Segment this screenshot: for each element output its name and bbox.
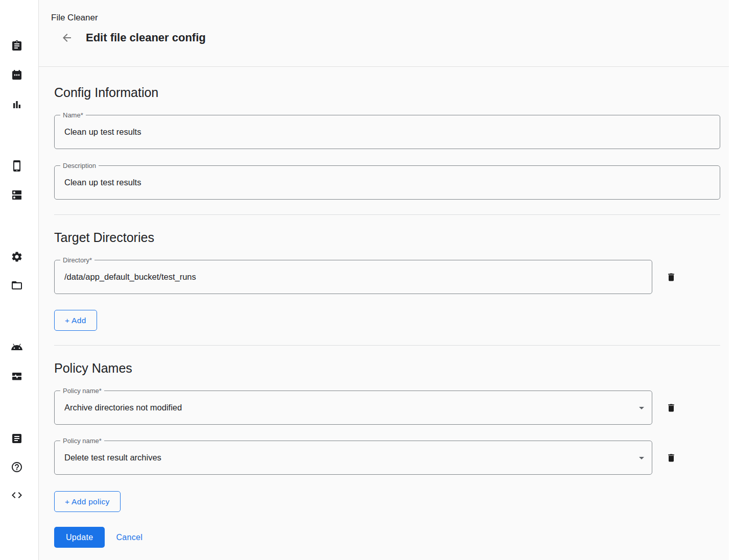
- description-input-value: Clean up test results: [64, 178, 141, 187]
- sidebar-item-files[interactable]: [9, 278, 25, 294]
- app-header: File Cleaner Edit file cleaner config: [39, 0, 733, 67]
- delete-policy-2-button[interactable]: [665, 452, 677, 464]
- chevron-down-icon[interactable]: [635, 402, 648, 414]
- policy-select-2[interactable]: Policy name* Delete test result archives: [54, 441, 652, 475]
- section-title-policies: Policy Names: [54, 361, 720, 376]
- policy-row: Policy name* Delete test result archives: [54, 441, 720, 475]
- back-button[interactable]: [61, 32, 73, 44]
- delete-directory-button[interactable]: [665, 271, 677, 283]
- trash-icon: [666, 276, 676, 284]
- scrollbar-track[interactable]: [729, 0, 733, 560]
- code-icon: [11, 489, 23, 503]
- policy-select-1-value: Archive directories not modified: [64, 403, 182, 412]
- section-divider: [54, 214, 720, 215]
- policy-select-2-label: Policy name*: [60, 436, 104, 445]
- directory-input[interactable]: Directory* /data/app_default_bucket/test…: [54, 260, 652, 294]
- sidebar-item-devices[interactable]: [9, 158, 25, 175]
- sidebar-item-schedule[interactable]: [9, 67, 25, 84]
- android-icon: [11, 341, 23, 355]
- sidebar-item-servers[interactable]: [9, 187, 25, 204]
- trash-icon: [666, 407, 676, 415]
- folder-icon: [11, 279, 23, 293]
- policy-select-1[interactable]: Policy name* Archive directories not mod…: [54, 391, 652, 425]
- form-actions: Update Cancel: [54, 527, 720, 548]
- name-input-value: Clean up test results: [64, 127, 141, 137]
- sidebar-item-android[interactable]: [9, 339, 25, 356]
- form-area: Config Information Name* Clean up test r…: [39, 85, 733, 548]
- page-title: Edit file cleaner config: [86, 31, 206, 44]
- delete-policy-1-button[interactable]: [665, 402, 677, 414]
- trash-icon: [666, 457, 676, 465]
- sidebar-nav: [0, 0, 39, 560]
- sidebar-item-logs[interactable]: [9, 431, 25, 447]
- description-input-label: Description: [60, 161, 99, 170]
- sidebar-item-monitoring[interactable]: [9, 369, 25, 385]
- policy-select-1-label: Policy name*: [60, 386, 104, 395]
- chevron-down-icon[interactable]: [635, 452, 648, 464]
- sidebar-item-tasks[interactable]: [9, 38, 25, 55]
- app-title: File Cleaner: [51, 13, 733, 23]
- content-area: File Cleaner Edit file cleaner config Co…: [39, 0, 733, 560]
- add-directory-button[interactable]: + Add: [54, 310, 97, 331]
- add-policy-button[interactable]: + Add policy: [54, 491, 121, 512]
- description-input[interactable]: Description Clean up test results: [54, 165, 720, 200]
- article-icon: [11, 432, 23, 446]
- directory-input-value: /data/app_default_bucket/test_runs: [64, 272, 196, 282]
- gear-icon: [11, 251, 23, 264]
- sidebar-item-help[interactable]: [9, 459, 25, 476]
- directory-row: Directory* /data/app_default_bucket/test…: [54, 260, 720, 294]
- smartphone-icon: [11, 160, 23, 174]
- section-title-directories: Target Directories: [54, 230, 720, 245]
- sidebar-item-settings[interactable]: [9, 249, 25, 265]
- sidebar-item-reports[interactable]: [9, 96, 25, 113]
- clipboard-icon: [11, 40, 23, 54]
- section-divider: [54, 345, 720, 346]
- directory-input-label: Directory*: [60, 256, 94, 264]
- update-button[interactable]: Update: [54, 527, 105, 548]
- policy-select-2-value: Delete test result archives: [64, 453, 161, 462]
- monitoring-icon: [11, 370, 23, 384]
- policy-row: Policy name* Archive directories not mod…: [54, 391, 720, 425]
- page-title-row: Edit file cleaner config: [51, 31, 733, 44]
- name-input[interactable]: Name* Clean up test results: [54, 115, 720, 149]
- help-icon: [11, 461, 23, 475]
- dns-icon: [11, 189, 23, 203]
- section-title-config: Config Information: [54, 85, 720, 100]
- bar-chart-icon: [11, 98, 23, 112]
- sidebar-item-code[interactable]: [9, 488, 25, 504]
- arrow-back-icon: [61, 38, 73, 45]
- cancel-button[interactable]: Cancel: [112, 533, 147, 542]
- calendar-icon: [11, 69, 23, 83]
- name-input-label: Name*: [60, 111, 86, 119]
